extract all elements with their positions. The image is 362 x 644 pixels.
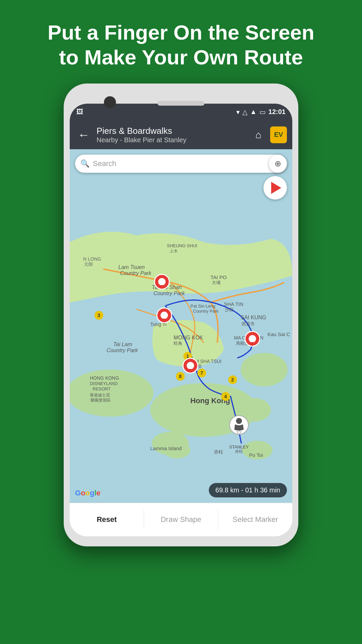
draw-shape-label: Draw Shape bbox=[161, 515, 201, 524]
headline-line2: to Make Your Own Route bbox=[59, 46, 303, 69]
svg-text:赤柱: 赤柱 bbox=[235, 449, 243, 454]
svg-text:大埔: 大埔 bbox=[212, 280, 221, 285]
phone-frame: 🖼 ▾ △ ▲ ▭ 12:01 ← Piers & Boardwalks Nea… bbox=[64, 84, 298, 546]
back-button[interactable]: ← bbox=[75, 125, 93, 145]
select-marker-label: Select Marker bbox=[233, 515, 278, 524]
svg-text:MONG KOK: MONG KOK bbox=[174, 335, 203, 340]
select-marker-button[interactable]: Select Marker bbox=[218, 503, 292, 536]
reset-button[interactable]: Reset bbox=[70, 503, 144, 536]
map-background: Lam Tsuen Country Park Tai Lam Country P… bbox=[70, 149, 292, 503]
svg-text:Country Park: Country Park bbox=[154, 290, 185, 296]
draw-shape-button[interactable]: Draw Shape bbox=[144, 503, 218, 536]
svg-text:2: 2 bbox=[231, 377, 234, 382]
svg-point-62 bbox=[249, 335, 256, 342]
svg-text:DISNEYLAND: DISNEYLAND bbox=[90, 381, 118, 386]
svg-text:香港迪士尼: 香港迪士尼 bbox=[90, 393, 110, 397]
svg-text:STANLEY: STANLEY bbox=[229, 444, 249, 449]
svg-text:Lam Tsuen: Lam Tsuen bbox=[118, 264, 145, 270]
status-left: 🖼 bbox=[76, 108, 83, 116]
svg-point-56 bbox=[158, 278, 166, 285]
svg-text:TAI PO: TAI PO bbox=[210, 274, 227, 280]
svg-text:8: 8 bbox=[179, 374, 182, 379]
svg-point-60 bbox=[187, 362, 194, 369]
svg-text:西貢市: 西貢市 bbox=[242, 321, 255, 326]
wifi-icon: ▾ bbox=[236, 108, 240, 116]
svg-point-64 bbox=[236, 418, 242, 424]
app-bar: ← Piers & Boardwalks Nearby - Blake Pier… bbox=[70, 120, 292, 149]
svg-text:7: 7 bbox=[200, 370, 203, 376]
svg-text:樂園度假區: 樂園度假區 bbox=[90, 398, 111, 402]
svg-text:Country Park: Country Park bbox=[120, 270, 152, 276]
speaker bbox=[158, 101, 204, 106]
svg-text:SAI KUNG: SAI KUNG bbox=[241, 315, 266, 320]
photo-icon: 🖼 bbox=[76, 108, 83, 116]
google-logo: Google bbox=[75, 489, 101, 497]
play-icon bbox=[271, 182, 281, 194]
signal-icon: △ bbox=[242, 108, 247, 116]
app-title: Piers & Boardwalks bbox=[97, 126, 246, 136]
svg-text:SHA TIN: SHA TIN bbox=[224, 301, 243, 307]
play-button[interactable] bbox=[263, 176, 287, 200]
svg-text:3: 3 bbox=[98, 313, 100, 318]
reset-label: Reset bbox=[97, 515, 117, 524]
bottom-bar: Reset Draw Shape Select Marker bbox=[70, 503, 292, 536]
app-bar-title: Piers & Boardwalks Nearby - Blake Pier a… bbox=[97, 126, 246, 144]
svg-text:N LONG: N LONG bbox=[83, 256, 101, 262]
svg-text:HONG KONG: HONG KONG bbox=[90, 375, 119, 381]
svg-text:4: 4 bbox=[224, 394, 227, 399]
search-bar[interactable]: 🔍 Search bbox=[75, 155, 287, 173]
status-right: ▾ △ ▲ ▭ 12:01 bbox=[236, 108, 286, 116]
svg-point-7 bbox=[152, 432, 189, 455]
camera bbox=[104, 96, 116, 108]
phone-screen: 🖼 ▾ △ ▲ ▭ 12:01 ← Piers & Boardwalks Nea… bbox=[70, 104, 292, 536]
svg-text:RESORT: RESORT bbox=[93, 386, 111, 391]
svg-text:沙田: 沙田 bbox=[225, 307, 234, 312]
signal-full-icon: ▲ bbox=[250, 108, 257, 116]
app-bar-icons: ⌂ EV bbox=[250, 126, 287, 143]
search-input[interactable]: Search bbox=[93, 159, 116, 168]
status-bar: 🖼 ▾ △ ▲ ▭ 12:01 bbox=[70, 104, 292, 120]
svg-text:Kau Sai C: Kau Sai C bbox=[267, 331, 290, 337]
svg-text:Country Park: Country Park bbox=[193, 309, 219, 314]
location-button[interactable]: ⊕ bbox=[269, 155, 287, 173]
headline-line1: Put a Finger On the Screen bbox=[48, 21, 314, 44]
map-svg: Lam Tsuen Country Park Tai Lam Country P… bbox=[70, 149, 292, 503]
svg-text:SHEUNG SHUI: SHEUNG SHUI bbox=[167, 243, 197, 248]
home-button[interactable]: ⌂ bbox=[250, 126, 267, 143]
svg-text:Country Park: Country Park bbox=[107, 347, 138, 353]
search-icon: 🔍 bbox=[80, 159, 89, 168]
status-time: 12:01 bbox=[268, 108, 286, 116]
svg-text:上水: 上水 bbox=[170, 249, 178, 253]
svg-point-3 bbox=[241, 353, 288, 386]
headline: Put a Finger On the Screen to Make Your … bbox=[21, 0, 341, 84]
svg-text:Pat Sin Leng: Pat Sin Leng bbox=[190, 304, 215, 309]
battery-icon: ▭ bbox=[259, 108, 266, 116]
svg-text:元朗: 元朗 bbox=[84, 262, 93, 267]
svg-text:Tai Lam: Tai Lam bbox=[113, 341, 132, 347]
svg-text:赤柱: 赤柱 bbox=[214, 449, 223, 454]
svg-text:Po Toi: Po Toi bbox=[249, 452, 263, 458]
app-subtitle: Nearby - Blake Pier at Stanley bbox=[97, 136, 246, 144]
ev-badge[interactable]: EV bbox=[270, 126, 287, 143]
svg-point-58 bbox=[161, 312, 168, 319]
distance-badge: 69.8 km - 01 h 36 min bbox=[209, 483, 287, 497]
svg-text:旺角: 旺角 bbox=[174, 341, 182, 346]
svg-text:Lamma Island: Lamma Island bbox=[150, 445, 182, 451]
map-container[interactable]: Lam Tsuen Country Park Tai Lam Country P… bbox=[70, 149, 292, 503]
